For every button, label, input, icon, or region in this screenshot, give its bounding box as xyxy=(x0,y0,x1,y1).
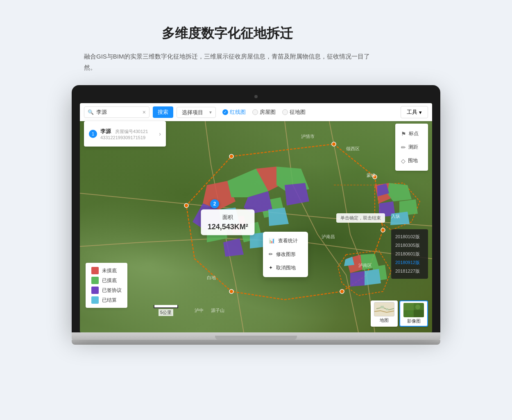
edit-icon: ✏ xyxy=(269,251,273,257)
scale-label: 5公里 xyxy=(159,309,173,316)
version-list: 20180102版 20180305版 20180601版 20180912版 … xyxy=(391,229,428,279)
map-type-selector: 地图 xyxy=(371,300,428,327)
version-item-2[interactable]: 20180305版 xyxy=(395,241,424,250)
result-pin-icon: 1 xyxy=(89,130,97,138)
legend-item-3: 已签协议 xyxy=(91,287,122,294)
map-thumb-map xyxy=(374,302,394,316)
legend-color-settled xyxy=(91,296,99,304)
tool-measure[interactable]: ✏ 测距 xyxy=(395,140,428,154)
tool-mark[interactable]: ⚑ 标点 xyxy=(395,127,428,140)
flag-icon: ⚑ xyxy=(401,131,406,137)
area-popup-title: 面积 xyxy=(208,214,248,221)
laptop-screen: 泸情市 颌西区 蒙峰 泸南昌 泸中 泸南区 入纵 白地 源子山 xyxy=(80,103,432,332)
page-title: 多维度数字化征地拆迁 xyxy=(72,25,383,43)
context-menu-view-stats[interactable]: 📊 查看统计 xyxy=(263,234,308,248)
svg-rect-56 xyxy=(408,311,412,314)
tool-fence-label: 围地 xyxy=(408,157,418,164)
svg-point-55 xyxy=(415,305,420,309)
layer-buildings-label: 房屋图 xyxy=(260,108,276,116)
tool-fence[interactable]: ◇ 围地 xyxy=(395,154,428,167)
context-menu: 📊 查看统计 ✏ 修改图形 ✦ 取消围地 xyxy=(263,232,308,277)
legend-item-4: 已结算 xyxy=(91,296,122,304)
polygon-icon: ◇ xyxy=(401,158,406,164)
svg-text:白地: 白地 xyxy=(207,275,216,280)
tools-button-wrapper[interactable]: 工具 ▾ xyxy=(401,106,428,118)
map-type-satellite-label: 影像图 xyxy=(403,318,424,324)
legend-color-signed xyxy=(91,287,99,294)
legend-item-2: 已摸底 xyxy=(91,277,122,284)
svg-rect-53 xyxy=(403,303,414,310)
laptop-outer: 泸情市 颌西区 蒙峰 泸南昌 泸中 泸南区 入纵 白地 源子山 xyxy=(72,85,440,332)
search-icon: 🔍 xyxy=(88,109,94,115)
svg-marker-18 xyxy=(387,183,412,201)
laptop-foot xyxy=(72,340,440,345)
subtitle-text: 融合GIS与BIM的实景三维数字化征地拆迁，三维展示征收房屋信息，青苗及附属物信… xyxy=(72,51,383,73)
layer-redline-label: 红线图 xyxy=(230,108,246,116)
header-section: 多维度数字化征地拆迁 融合GIS与BIM的实景三维数字化征地拆迁，三维展示征收房… xyxy=(72,25,383,73)
version-item-3[interactable]: 20180601版 xyxy=(395,250,424,258)
svg-point-31 xyxy=(229,154,233,158)
layer-buildings-check xyxy=(252,109,258,115)
laptop-camera xyxy=(254,95,258,98)
search-clear-icon[interactable]: × xyxy=(143,109,146,115)
result-arrow-icon: › xyxy=(159,131,161,137)
svg-text:泸中: 泸中 xyxy=(195,308,204,313)
svg-text:泸南区: 泸南区 xyxy=(358,263,372,268)
result-id: 433122199309171519 xyxy=(100,135,156,140)
layer-land-check xyxy=(282,109,288,115)
tool-mark-label: 标点 xyxy=(409,130,419,137)
legend-color-scanned xyxy=(91,277,99,284)
svg-text:蒙峰: 蒙峰 xyxy=(367,173,376,178)
search-result-dropdown: 1 李源 房屋编号430121 433122199309171519 › xyxy=(84,121,166,147)
layer-land[interactable]: 征地图 xyxy=(282,108,306,116)
context-menu-cancel-fence[interactable]: ✦ 取消围地 xyxy=(263,261,308,275)
laptop-camera-bar xyxy=(80,93,432,101)
version-item-4[interactable]: 20180912版 xyxy=(395,258,424,267)
layer-land-label: 征地图 xyxy=(290,108,306,116)
area-popup: 面积 124,543KM² xyxy=(201,210,255,235)
project-select[interactable]: 选择项目 xyxy=(177,107,216,118)
svg-point-36 xyxy=(229,289,233,294)
map-thumb-satellite xyxy=(403,303,424,317)
svg-text:源子山: 源子山 xyxy=(211,308,224,313)
legend-label-unscanned: 未摸底 xyxy=(102,267,117,274)
legend-label-signed: 已签协议 xyxy=(102,287,122,294)
svg-point-34 xyxy=(381,228,385,232)
svg-text:泸情市: 泸情市 xyxy=(301,134,315,139)
bar-chart-icon: 📊 xyxy=(269,238,275,244)
svg-rect-54 xyxy=(414,310,424,317)
tools-panel: ⚑ 标点 ✏ 测距 ◇ 围地 xyxy=(395,124,428,171)
layer-redline[interactable]: ✓ 红线图 xyxy=(222,108,246,116)
tool-measure-label: 测距 xyxy=(408,144,418,151)
context-cancel-fence-label: 取消围地 xyxy=(276,264,296,271)
svg-text:泸南昌: 泸南昌 xyxy=(322,234,335,239)
ruler-icon: ✏ xyxy=(401,144,406,151)
context-view-stats-label: 查看统计 xyxy=(278,237,298,244)
svg-text:入纵: 入纵 xyxy=(391,214,400,219)
layer-buildings[interactable]: 房屋图 xyxy=(252,108,276,116)
map-legend: 未摸底 已摸底 已签协议 已结算 xyxy=(86,263,127,308)
layer-controls: ✓ 红线图 房屋图 征地图 xyxy=(222,108,306,116)
map-type-satellite[interactable]: 影像图 xyxy=(399,300,428,327)
map-toolbar: 🔍 李源 × 搜索 选择项目 ✓ xyxy=(80,103,432,121)
svg-marker-11 xyxy=(285,183,309,205)
search-result-item[interactable]: 1 李源 房屋编号430121 433122199309171519 › xyxy=(84,124,166,143)
version-item-1[interactable]: 20180102版 xyxy=(395,233,424,241)
project-select-wrapper[interactable]: 选择项目 xyxy=(177,107,216,118)
layer-redline-check: ✓ xyxy=(222,109,228,115)
cancel-icon: ✦ xyxy=(269,265,273,271)
map-type-map[interactable]: 地图 xyxy=(371,300,398,327)
search-box[interactable]: 🔍 李源 × xyxy=(84,106,150,118)
svg-point-37 xyxy=(184,203,188,208)
context-edit-shape-label: 修改图形 xyxy=(276,251,296,258)
context-menu-edit-shape[interactable]: ✏ 修改图形 xyxy=(263,248,308,261)
confirm-hint: 单击确定，双击结束 xyxy=(336,213,385,223)
version-item-5[interactable]: 20181227版 xyxy=(395,267,424,275)
scale-line xyxy=(154,305,178,308)
search-input-value: 李源 xyxy=(96,108,140,116)
result-info: 李源 房屋编号430121 433122199309171519 xyxy=(100,128,156,140)
search-button[interactable]: 搜索 xyxy=(153,106,173,118)
svg-marker-27 xyxy=(350,271,367,287)
svg-rect-51 xyxy=(386,308,388,310)
svg-marker-14 xyxy=(268,208,289,226)
